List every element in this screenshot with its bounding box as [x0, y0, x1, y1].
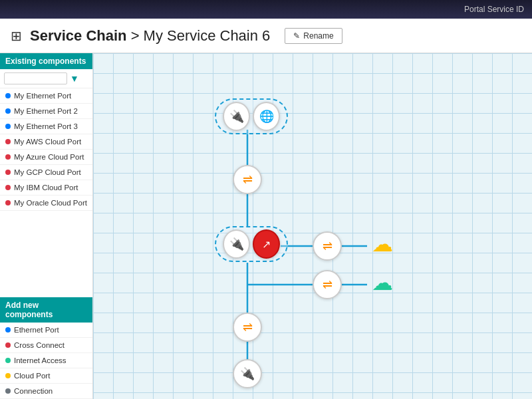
transfer-icon-4: ⇌ — [243, 320, 253, 334]
dot-icon — [5, 358, 11, 363]
sidebar-item-connection[interactable]: Connection — [0, 384, 92, 399]
teal-cloud-node[interactable]: ☁ — [364, 268, 400, 297]
rename-button[interactable]: ✎ Rename — [285, 28, 342, 44]
dot-icon — [5, 185, 11, 190]
service-chain-icon: ⊞ — [11, 28, 22, 44]
component-label: My Ethernet Port — [14, 92, 71, 100]
sidebar-item-aws-cloud-port[interactable]: My AWS Cloud Port — [0, 134, 92, 150]
top-bar: Portal Service ID — [0, 0, 532, 19]
dot-icon — [5, 124, 11, 129]
redirect-icon: ↗ — [262, 238, 271, 251]
search-area: ▼ — [0, 69, 92, 88]
transfer-icon-3: ⇌ — [323, 277, 332, 292]
dot-icon — [5, 200, 11, 205]
component-label: My Oracle Cloud Port — [14, 199, 87, 207]
transfer-node-3[interactable]: ⇌ — [313, 270, 342, 299]
existing-components-header: Existing components — [0, 53, 92, 69]
rename-icon: ✎ — [293, 31, 300, 41]
sidebar-item-oracle-cloud-port[interactable]: My Oracle Cloud Port — [0, 196, 92, 211]
dot-icon — [5, 108, 11, 114]
sidebar-item-internet-access[interactable]: Internet Access — [0, 353, 92, 368]
component-label: My IBM Cloud Port — [14, 184, 78, 192]
sidebar-item-azure-cloud-port[interactable]: My Azure Cloud Port — [0, 150, 92, 165]
main-layout: Existing components ▼ My Ethernet Port M… — [0, 53, 532, 399]
dot-icon — [5, 170, 11, 175]
plug-green-icon-bottom: 🔌 — [240, 366, 255, 381]
globe-icon: 🌐 — [259, 109, 274, 124]
component-label: Cloud Port — [14, 372, 50, 380]
component-label: Connection — [14, 387, 53, 395]
sidebar-item-my-ethernet-port-3[interactable]: My Ethernet Port 3 — [0, 119, 92, 134]
globe-node[interactable]: 🌐 — [253, 102, 280, 131]
canvas[interactable]: 🔌 🌐 ⇌ 🔌 ↗ ⇌ ☁ ⇌ — [93, 53, 532, 399]
transfer-icon-1: ⇌ — [243, 172, 253, 187]
component-label: My AWS Cloud Port — [14, 138, 81, 146]
sidebar-item-cloud-port[interactable]: Cloud Port — [0, 368, 92, 384]
node-group-2[interactable]: 🔌 ↗ — [215, 226, 288, 262]
component-label: Cross Connect — [14, 341, 65, 349]
connections-svg — [93, 53, 532, 399]
transfer-node-4[interactable]: ⇌ — [233, 313, 262, 342]
sidebar-item-my-ethernet-port[interactable]: My Ethernet Port — [0, 88, 92, 104]
component-label: My Azure Cloud Port — [14, 153, 84, 161]
component-label: My Ethernet Port 3 — [14, 122, 78, 130]
header: ⊞ Service Chain > My Service Chain 6 ✎ R… — [0, 19, 532, 53]
dot-icon — [5, 388, 11, 394]
node-group-1[interactable]: 🔌 🌐 — [215, 98, 288, 134]
dot-icon — [5, 327, 11, 332]
plug-node-middle[interactable]: 🔌 — [223, 229, 250, 259]
dot-icon — [5, 93, 11, 98]
component-label: My GCP Cloud Port — [14, 168, 81, 176]
dot-icon — [5, 139, 11, 144]
dot-icon — [5, 154, 11, 160]
teal-cloud-icon: ☁ — [372, 270, 393, 295]
yellow-cloud-node[interactable]: ☁ — [364, 229, 400, 259]
component-label: My Ethernet Port 2 — [14, 107, 78, 115]
page-title: Service Chain > My Service Chain 6 — [30, 27, 270, 45]
component-label: Internet Access — [14, 356, 66, 364]
component-label: Ethernet Port — [14, 326, 59, 334]
user-label: Portal Service ID — [464, 5, 524, 14]
search-input[interactable] — [4, 72, 67, 84]
rename-label: Rename — [303, 31, 333, 41]
plug-node-top[interactable]: 🔌 — [223, 102, 250, 131]
plug-green-icon: 🔌 — [229, 109, 244, 124]
transfer-node-1[interactable]: ⇌ — [233, 165, 262, 194]
transfer-icon-2: ⇌ — [323, 239, 332, 253]
sidebar-item-ethernet-port[interactable]: Ethernet Port — [0, 323, 92, 338]
transfer-node-2[interactable]: ⇌ — [313, 231, 342, 261]
add-new-components-header: Add new components — [0, 297, 92, 323]
yellow-cloud-icon: ☁ — [372, 231, 393, 257]
sidebar-item-ibm-cloud-port[interactable]: My IBM Cloud Port — [0, 180, 92, 196]
dot-icon — [5, 373, 11, 378]
sidebar: Existing components ▼ My Ethernet Port M… — [0, 53, 93, 399]
plug-green-icon-2: 🔌 — [229, 237, 244, 251]
dot-icon — [5, 342, 11, 348]
sidebar-item-my-ethernet-port-2[interactable]: My Ethernet Port 2 — [0, 104, 92, 119]
redirect-node[interactable]: ↗ — [253, 229, 280, 259]
plug-node-bottom[interactable]: 🔌 — [233, 359, 262, 388]
sidebar-item-gcp-cloud-port[interactable]: My GCP Cloud Port — [0, 165, 92, 180]
filter-icon[interactable]: ▼ — [70, 73, 79, 84]
sidebar-item-cross-connect[interactable]: Cross Connect — [0, 338, 92, 353]
